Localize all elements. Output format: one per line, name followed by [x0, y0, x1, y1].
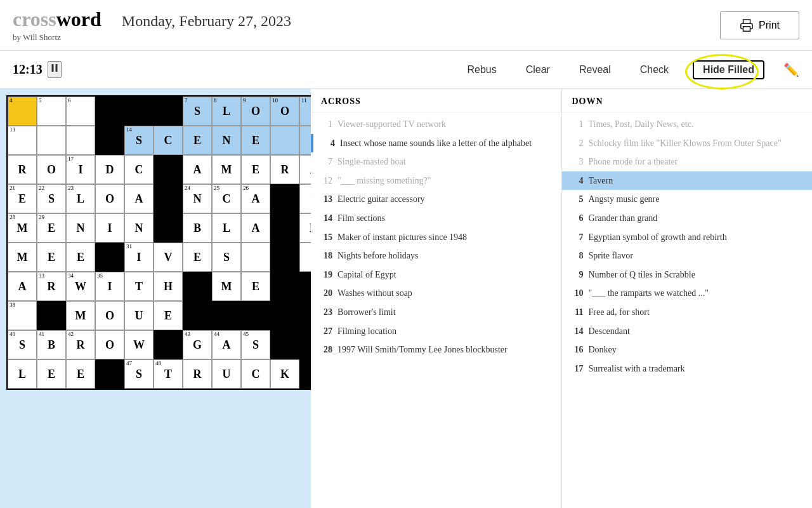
grid-cell[interactable]: [299, 126, 311, 155]
grid-cell[interactable]: 34W: [66, 272, 95, 301]
grid-cell[interactable]: [299, 243, 311, 272]
clue-item[interactable]: 28 1997 Will Smith/Tommy Lee Jones block…: [311, 340, 561, 359]
grid-cell[interactable]: U: [124, 301, 154, 330]
clue-item[interactable]: 5 Angsty music genre: [562, 190, 813, 209]
grid-cell[interactable]: 21E: [8, 184, 37, 213]
grid-cell[interactable]: 11P: [299, 97, 311, 126]
grid-cell[interactable]: 45S: [241, 330, 270, 359]
clue-item[interactable]: 1 Times, Post, Daily News, etc.: [562, 115, 813, 134]
grid-cell[interactable]: 40S: [8, 330, 37, 359]
clue-item[interactable]: 14 Film sections: [311, 209, 561, 228]
grid-cell[interactable]: E: [183, 126, 212, 155]
grid-cell[interactable]: L: [8, 359, 37, 389]
clue-item[interactable]: 20 Washes without soap: [311, 284, 561, 303]
grid-cell[interactable]: 5: [37, 97, 66, 126]
grid-cell[interactable]: [66, 126, 95, 155]
grid-cell[interactable]: O: [95, 330, 124, 359]
rebus-button[interactable]: Rebus: [462, 62, 501, 78]
grid-cell[interactable]: 31I: [124, 243, 154, 272]
grid-cell[interactable]: 24N: [183, 184, 212, 213]
grid-cell[interactable]: T: [124, 272, 154, 301]
grid-cell[interactable]: A: [8, 272, 37, 301]
grid-cell[interactable]: 42R: [66, 330, 95, 359]
grid-cell[interactable]: [37, 126, 66, 155]
clue-item[interactable]: 1 Viewer-supported TV network: [311, 115, 561, 134]
grid-cell[interactable]: M: [8, 243, 37, 272]
grid-cell[interactable]: N: [124, 213, 154, 243]
clue-item[interactable]: 19 Capital of Egypt: [311, 265, 561, 284]
grid-cell[interactable]: 6: [66, 97, 95, 126]
grid-cell[interactable]: A: [183, 155, 212, 184]
grid-cell[interactable]: 22S: [37, 184, 66, 213]
check-button[interactable]: Check: [635, 62, 674, 78]
clue-item[interactable]: 12 "___ missing something?": [311, 171, 561, 190]
grid-cell[interactable]: 29E: [37, 213, 66, 243]
clue-item[interactable]: 27 Filming location: [311, 322, 561, 341]
clue-item[interactable]: 13 Electric guitar accessory: [311, 190, 561, 209]
grid-cell[interactable]: A: [241, 213, 270, 243]
grid-cell[interactable]: [270, 126, 299, 155]
grid-cell[interactable]: M: [212, 155, 241, 184]
grid-cell[interactable]: O: [95, 301, 124, 330]
reveal-button[interactable]: Reveal: [574, 62, 616, 78]
down-list[interactable]: 1 Times, Post, Daily News, etc. 2 Schloc…: [562, 112, 813, 508]
clue-item[interactable]: 23 Borrower's limit: [311, 303, 561, 322]
print-button[interactable]: Print: [720, 11, 799, 39]
grid-cell[interactable]: I: [95, 213, 124, 243]
clue-item[interactable]: 7 Egyptian symbol of growth and rebirth: [562, 228, 813, 247]
grid-cell[interactable]: E: [66, 243, 95, 272]
clue-item[interactable]: 14 Descendant: [562, 322, 813, 341]
grid-cell[interactable]: 44A: [212, 330, 241, 359]
grid-cell[interactable]: K: [299, 213, 311, 243]
clue-item[interactable]: 6 Grander than grand: [562, 209, 813, 228]
grid-cell[interactable]: E: [154, 301, 183, 330]
grid-cell[interactable]: H: [154, 272, 183, 301]
across-list[interactable]: 1 Viewer-supported TV network 4 Insect w…: [311, 112, 561, 508]
grid-cell[interactable]: 9O: [241, 97, 270, 126]
grid-cell[interactable]: 33R: [37, 272, 66, 301]
grid-cell[interactable]: N: [212, 126, 241, 155]
grid-cell[interactable]: L: [212, 213, 241, 243]
grid-cell[interactable]: E: [241, 126, 270, 155]
grid-cell[interactable]: 8L: [212, 97, 241, 126]
clue-item[interactable]: 3 Phone mode for a theater: [562, 152, 813, 171]
grid-cell[interactable]: P: [299, 184, 311, 213]
grid-cell[interactable]: V: [154, 243, 183, 272]
clue-item[interactable]: 17 Surrealist with a trademark: [562, 359, 813, 378]
grid-cell[interactable]: 35I: [95, 272, 124, 301]
clue-item[interactable]: 4 Tavern: [562, 171, 813, 190]
grid-cell[interactable]: 14S: [124, 126, 154, 155]
grid-cell[interactable]: B: [183, 213, 212, 243]
grid-cell[interactable]: 25C: [212, 184, 241, 213]
grid-cell[interactable]: 26A: [241, 184, 270, 213]
grid-cell[interactable]: R: [8, 155, 37, 184]
grid-cell[interactable]: 13: [8, 126, 37, 155]
grid-cell[interactable]: 41B: [37, 330, 66, 359]
grid-cell[interactable]: C: [124, 155, 154, 184]
grid-cell[interactable]: C: [154, 126, 183, 155]
grid-cell[interactable]: 47S: [124, 359, 154, 389]
grid-cell[interactable]: S: [212, 243, 241, 272]
grid-cell[interactable]: 38: [8, 301, 37, 330]
clue-item[interactable]: 9 Number of Q tiles in Scrabble: [562, 265, 813, 284]
clue-item[interactable]: 16 Donkey: [562, 340, 813, 359]
grid-cell[interactable]: E: [183, 243, 212, 272]
grid-cell[interactable]: E: [37, 359, 66, 389]
grid-cell[interactable]: O: [95, 184, 124, 213]
clear-button[interactable]: Clear: [521, 62, 555, 78]
grid-cell[interactable]: 7S: [183, 97, 212, 126]
grid-cell[interactable]: W: [124, 330, 154, 359]
grid-cell[interactable]: 43G: [183, 330, 212, 359]
grid-cell[interactable]: R: [183, 359, 212, 389]
clue-item[interactable]: 2 Schlocky film like "Killer Klowns From…: [562, 134, 813, 153]
grid-cell[interactable]: M: [212, 272, 241, 301]
hide-filled-button[interactable]: Hide Filled: [693, 60, 764, 79]
grid-cell[interactable]: [241, 243, 270, 272]
grid-cell[interactable]: A: [124, 184, 154, 213]
grid-cell[interactable]: E: [66, 359, 95, 389]
grid-cell[interactable]: 23L: [66, 184, 95, 213]
pencil-icon[interactable]: ✏️: [783, 62, 799, 77]
grid-cell[interactable]: E: [37, 243, 66, 272]
clue-item[interactable]: 10 "___ the ramparts we watched ...": [562, 284, 813, 303]
grid-cell[interactable]: O: [37, 155, 66, 184]
